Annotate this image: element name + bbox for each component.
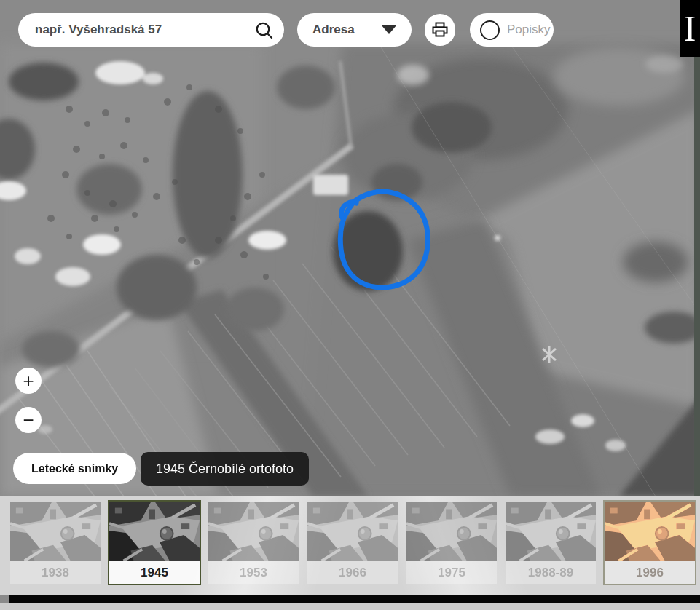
zoom-out-button[interactable]: −	[15, 407, 42, 433]
search-icon[interactable]	[253, 20, 275, 41]
thumbnail-1953	[208, 502, 299, 561]
timeline-item-1988-89[interactable]: 1988-89	[504, 500, 597, 585]
timeline-item-1975[interactable]: 1975	[405, 500, 498, 585]
year-timeline: 1938 1945 1953 1966 1975 1988-89	[0, 496, 700, 595]
aerial-archive-app: Adresa Popisky I + − Letecké snímky 1945…	[0, 0, 700, 610]
search-input[interactable]	[34, 22, 251, 38]
timeline-item-1996[interactable]: 1996	[603, 500, 696, 585]
timeline-item-1953[interactable]: 1953	[207, 500, 300, 585]
year-label: 1996	[605, 561, 695, 584]
thumbnail-1996	[605, 502, 695, 561]
timeline-item-1938[interactable]: 1938	[9, 500, 102, 585]
labels-toggle-label: Popisky	[507, 23, 551, 37]
minus-icon: −	[23, 409, 34, 431]
thumbnail-1966	[307, 502, 398, 561]
plus-icon: +	[23, 370, 34, 392]
zoom-in-button[interactable]: +	[15, 368, 42, 394]
year-label: 1966	[307, 561, 398, 584]
active-layer-badge: 1945 Černobílé ortofoto	[141, 452, 309, 486]
search-mode-value: Adresa	[312, 23, 355, 37]
chevron-down-icon	[382, 25, 396, 34]
thumbnail-1988-89	[506, 502, 596, 561]
year-label: 1988-89	[506, 561, 596, 584]
timeline-scrollbar[interactable]	[9, 595, 700, 603]
search-mode-select[interactable]: Adresa	[297, 13, 412, 47]
aerial-photo	[0, 0, 700, 496]
year-label: 1945	[109, 561, 200, 584]
ipr-logo-letter: I	[684, 10, 696, 47]
basemap-edge-strip	[694, 0, 700, 496]
thumbnail-1938	[10, 502, 101, 561]
circle-outline-icon[interactable]	[480, 20, 500, 40]
footer-strip	[0, 603, 700, 610]
map-canvas[interactable]	[0, 0, 700, 496]
active-layer-label: 1945 Černobílé ortofoto	[156, 462, 294, 477]
timeline-item-1966[interactable]: 1966	[306, 500, 399, 585]
printer-icon	[430, 20, 449, 39]
labels-toggle[interactable]: Popisky	[470, 13, 554, 47]
aerial-layers-button[interactable]: Letecké snímky	[13, 453, 136, 484]
print-button[interactable]	[425, 14, 455, 46]
thumbnail-1975	[406, 502, 497, 561]
thumbnail-1945	[109, 502, 200, 561]
year-label: 1953	[208, 561, 299, 584]
ipr-logo[interactable]: I	[680, 0, 700, 57]
timeline-item-1945[interactable]: 1945	[108, 500, 201, 585]
year-label: 1975	[406, 561, 497, 584]
year-label: 1938	[10, 561, 101, 584]
search-box[interactable]	[18, 13, 284, 47]
